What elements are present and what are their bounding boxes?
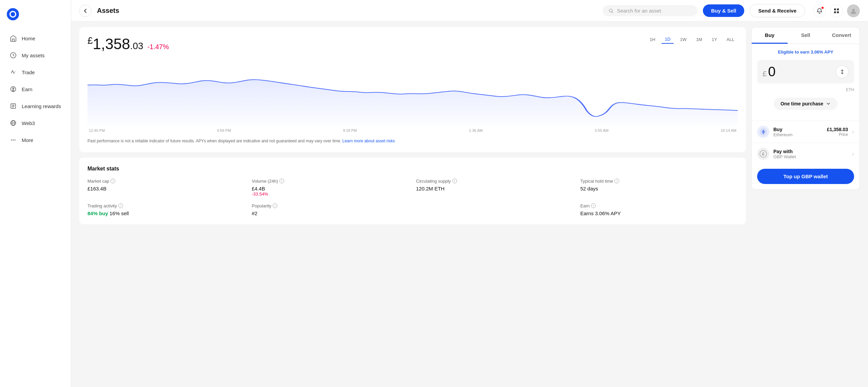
price-change: -1.47% <box>147 43 169 51</box>
time-filters: 1H 1D 1W 1M 1Y ALL <box>646 35 738 44</box>
amount-row: £ 0 <box>757 60 854 83</box>
market-stats-card: Market stats Market cap i £163.4B Volume… <box>79 158 746 224</box>
buy-order-subtitle: Ethereum <box>773 132 823 137</box>
time-label-4: 1:36 AM <box>469 128 482 133</box>
pay-with-row[interactable]: £ Pay with GBP Wallet › <box>752 143 860 165</box>
pay-with-chevron-icon: › <box>852 150 854 158</box>
tab-buy[interactable]: Buy <box>752 27 788 44</box>
earn-icon <box>9 85 17 93</box>
sidebar-item-trade-label: Trade <box>22 69 35 75</box>
sidebar-item-earn[interactable]: Earn <box>3 81 68 97</box>
circulating-value: 120.2M ETH <box>416 186 574 191</box>
sidebar-item-learning-rewards[interactable]: Learning rewards <box>3 98 68 114</box>
popularity-info-icon[interactable]: i <box>273 203 277 208</box>
apy-badge: Eligible to earn 3.06% APY <box>757 49 854 55</box>
time-label-6: 10:14 AM <box>721 128 736 133</box>
avatar[interactable] <box>847 4 860 17</box>
stat-trading-activity: Trading activity i 84% buy 16% sell <box>87 203 245 216</box>
search-bar[interactable] <box>603 5 697 16</box>
back-button[interactable] <box>79 5 92 17</box>
time-label-1: 12:40 PM <box>89 128 105 133</box>
app-logo[interactable] <box>0 5 71 30</box>
stat-empty <box>416 203 574 216</box>
time-label-5: 5:55 AM <box>595 128 608 133</box>
sidebar-item-home[interactable]: Home <box>3 30 68 46</box>
stat-earn: Earn i Earns 3.06% APY <box>580 203 738 216</box>
notification-dot <box>821 6 824 9</box>
volume-sub: -33.54% <box>252 191 410 197</box>
svg-point-14 <box>852 9 855 12</box>
svg-rect-13 <box>837 11 839 13</box>
earn-info-icon[interactable]: i <box>591 203 596 208</box>
sidebar-item-trade[interactable]: Trade <box>3 64 68 80</box>
chart-header: £1,358.03 -1.47% 1H 1D 1W 1M 1Y ALL <box>87 35 738 53</box>
learn-more-link[interactable]: Learn more about asset risks <box>342 139 395 143</box>
sidebar-item-my-assets-label: My assets <box>22 53 45 58</box>
circulating-info-icon[interactable]: i <box>452 179 457 183</box>
swap-currency-button[interactable] <box>836 65 849 78</box>
grid-button[interactable] <box>830 4 843 17</box>
content: £1,358.03 -1.47% 1H 1D 1W 1M 1Y ALL <box>71 22 868 387</box>
svg-point-8 <box>15 140 16 141</box>
top-up-button[interactable]: Top up GBP wallet <box>757 169 854 184</box>
stat-hold-time: Typical hold time i 52 days <box>580 179 738 197</box>
sidebar-item-my-assets[interactable]: My assets <box>3 47 68 63</box>
hold-time-info-icon[interactable]: i <box>614 179 619 183</box>
market-cap-info-icon[interactable]: i <box>111 179 115 183</box>
buy-order-row[interactable]: Buy Ethereum £1,358.03 Price › <box>752 121 860 143</box>
buy-order-price: £1,358.03 <box>827 127 848 132</box>
currency-symbol: £ <box>87 35 93 46</box>
time-label-2: 4:59 PM <box>217 128 231 133</box>
buy-order-info: Buy Ethereum <box>773 127 823 137</box>
trade-panel: Buy Sell Convert Eligible to earn 3.06% … <box>751 27 860 190</box>
page-title: Assets <box>97 7 597 15</box>
sidebar-item-more[interactable]: More <box>3 132 68 148</box>
tab-sell[interactable]: Sell <box>788 27 824 44</box>
price-chart <box>87 58 738 126</box>
trade-body: Eligible to earn 3.06% APY £ 0 ETH <box>752 44 860 121</box>
search-input[interactable] <box>617 8 692 14</box>
notifications-button[interactable] <box>813 4 826 17</box>
buy-sell-button[interactable]: Buy & Sell <box>703 4 744 17</box>
time-filter-1h[interactable]: 1H <box>646 36 659 43</box>
sidebar-item-web3[interactable]: Web3 <box>3 115 68 131</box>
time-filter-1w[interactable]: 1W <box>676 36 690 43</box>
more-icon <box>9 136 17 144</box>
buy-order-price-label: Price <box>827 132 848 137</box>
pay-with-title: Pay with <box>773 149 844 154</box>
main-wrapper: Assets Buy & Sell Send & Receive <box>71 0 868 387</box>
sidebar-item-learning-rewards-label: Learning rewards <box>22 103 61 109</box>
time-filter-1y[interactable]: 1Y <box>708 36 721 43</box>
stats-grid: Market cap i £163.4B Volume (24h) i £4.4… <box>87 179 738 216</box>
main-panel: £1,358.03 -1.47% 1H 1D 1W 1M 1Y ALL <box>71 27 746 382</box>
market-cap-value: £163.4B <box>87 186 245 191</box>
popularity-value: #2 <box>252 210 410 216</box>
pay-with-subtitle: GBP Wallet <box>773 154 844 159</box>
trading-buy-pct: 84% buy <box>87 210 108 216</box>
tab-convert[interactable]: Convert <box>824 27 860 44</box>
stat-circulating-supply: Circulating supply i 120.2M ETH <box>416 179 574 197</box>
chevron-down-icon <box>826 101 831 106</box>
purchase-type-button[interactable]: One time purchase <box>774 98 837 110</box>
time-filter-all[interactable]: ALL <box>723 36 738 43</box>
trade-tabs: Buy Sell Convert <box>752 27 860 44</box>
hold-time-value: 52 days <box>580 186 738 191</box>
gbp-currency-symbol: £ <box>763 69 767 78</box>
svg-rect-10 <box>834 8 836 11</box>
wallet-icon <box>9 52 17 59</box>
grid-icon <box>833 8 840 14</box>
chart-card: £1,358.03 -1.47% 1H 1D 1W 1M 1Y ALL <box>79 27 746 152</box>
send-receive-button[interactable]: Send & Receive <box>750 4 805 17</box>
svg-rect-12 <box>834 11 836 13</box>
search-icon <box>609 8 613 14</box>
price-value: £1,358.03 <box>87 35 143 53</box>
volume-info-icon[interactable]: i <box>279 179 284 183</box>
svg-text:£: £ <box>762 152 764 156</box>
time-filter-1d[interactable]: 1D <box>662 35 674 44</box>
time-label-3: 9:18 PM <box>343 128 357 133</box>
time-filter-1m[interactable]: 1M <box>693 36 706 43</box>
svg-rect-11 <box>837 8 839 11</box>
sidebar-item-more-label: More <box>22 137 33 143</box>
trading-info-icon[interactable]: i <box>118 203 123 208</box>
web3-icon <box>9 119 17 127</box>
